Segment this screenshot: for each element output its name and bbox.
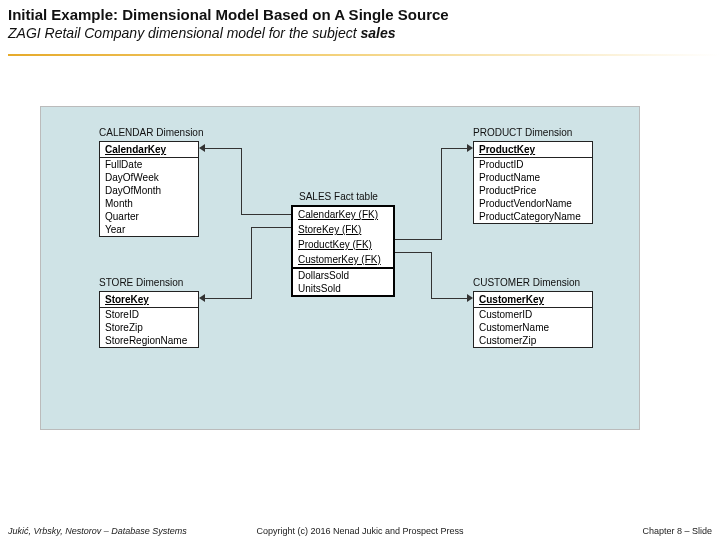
calendar-title: CALENDAR Dimension: [99, 127, 203, 138]
product-table: ProductKey ProductID ProductName Product…: [473, 141, 593, 224]
connector: [441, 148, 442, 240]
arrow-right-icon: [467, 144, 473, 152]
connector: [431, 298, 467, 299]
arrow-left-icon: [199, 294, 205, 302]
connector: [431, 252, 432, 299]
product-pk: ProductKey: [474, 142, 592, 158]
table-row: CustomerName: [474, 321, 592, 334]
store-title: STORE Dimension: [99, 277, 183, 288]
table-row: CustomerZip: [474, 334, 592, 347]
footer-center: Copyright (c) 2016 Nenad Jukic and Prosp…: [256, 526, 463, 536]
table-row: ProductPrice: [474, 184, 592, 197]
table-row: ProductName: [474, 171, 592, 184]
connector: [205, 148, 241, 149]
customer-title: CUSTOMER Dimension: [473, 277, 580, 288]
subtitle-bold: sales: [361, 25, 396, 41]
slide-subtitle: ZAGI Retail Company dimensional model fo…: [0, 23, 720, 45]
accent-divider: [8, 54, 720, 56]
arrow-left-icon: [199, 144, 205, 152]
fact-pk: ProductKey (FK): [293, 237, 393, 252]
slide-footer: Jukić, Vrbsky, Nestorov – Database Syste…: [0, 520, 720, 536]
fact-pk: CustomerKey (FK): [293, 252, 393, 267]
calendar-table: CalendarKey FullDate DayOfWeek DayOfMont…: [99, 141, 199, 237]
connector: [395, 239, 441, 240]
customer-pk: CustomerKey: [474, 292, 592, 308]
slide-title: Initial Example: Dimensional Model Based…: [0, 0, 720, 23]
table-row: ProductVendorName: [474, 197, 592, 210]
subtitle-prefix: ZAGI Retail Company dimensional model fo…: [8, 25, 361, 41]
table-row: DayOfWeek: [100, 171, 198, 184]
table-row: DollarsSold: [293, 269, 393, 282]
connector: [395, 252, 431, 253]
sales-fact-table: CalendarKey (FK) StoreKey (FK) ProductKe…: [291, 205, 395, 297]
table-row: ProductID: [474, 158, 592, 171]
table-row: DayOfMonth: [100, 184, 198, 197]
connector: [251, 227, 252, 299]
fact-pk: CalendarKey (FK): [293, 207, 393, 222]
table-row: Quarter: [100, 210, 198, 223]
footer-right: Chapter 8 – Slide: [642, 526, 712, 536]
connector: [205, 298, 251, 299]
table-row: StoreID: [100, 308, 198, 321]
slide: Initial Example: Dimensional Model Based…: [0, 0, 720, 540]
table-row: Month: [100, 197, 198, 210]
table-row: StoreRegionName: [100, 334, 198, 347]
customer-table: CustomerKey CustomerID CustomerName Cust…: [473, 291, 593, 348]
product-title: PRODUCT Dimension: [473, 127, 572, 138]
table-row: Year: [100, 223, 198, 236]
table-row: ProductCategoryName: [474, 210, 592, 223]
table-row: CustomerID: [474, 308, 592, 321]
dimensional-model-diagram: CALENDAR Dimension CalendarKey FullDate …: [41, 107, 639, 429]
connector: [241, 214, 291, 215]
connector: [241, 148, 242, 215]
store-table: StoreKey StoreID StoreZip StoreRegionNam…: [99, 291, 199, 348]
calendar-pk: CalendarKey: [100, 142, 198, 158]
table-row: UnitsSold: [293, 282, 393, 295]
connector: [251, 227, 291, 228]
table-row: StoreZip: [100, 321, 198, 334]
connector: [441, 148, 467, 149]
fact-title: SALES Fact table: [299, 191, 378, 202]
diagram-container: CALENDAR Dimension CalendarKey FullDate …: [40, 106, 640, 430]
store-pk: StoreKey: [100, 292, 198, 308]
footer-left: Jukić, Vrbsky, Nestorov – Database Syste…: [8, 526, 187, 536]
fact-pk: StoreKey (FK): [293, 222, 393, 237]
table-row: FullDate: [100, 158, 198, 171]
arrow-right-icon: [467, 294, 473, 302]
